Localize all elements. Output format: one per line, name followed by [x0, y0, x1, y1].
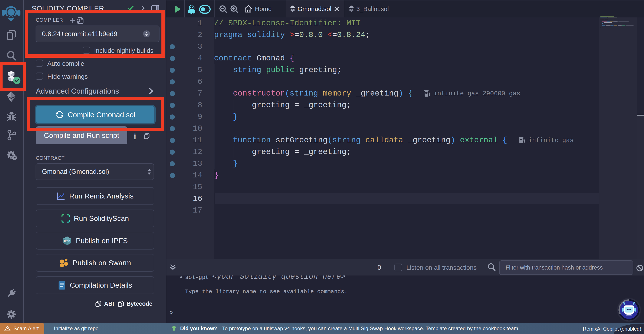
svg-text:IPFS: IPFS — [64, 240, 70, 243]
